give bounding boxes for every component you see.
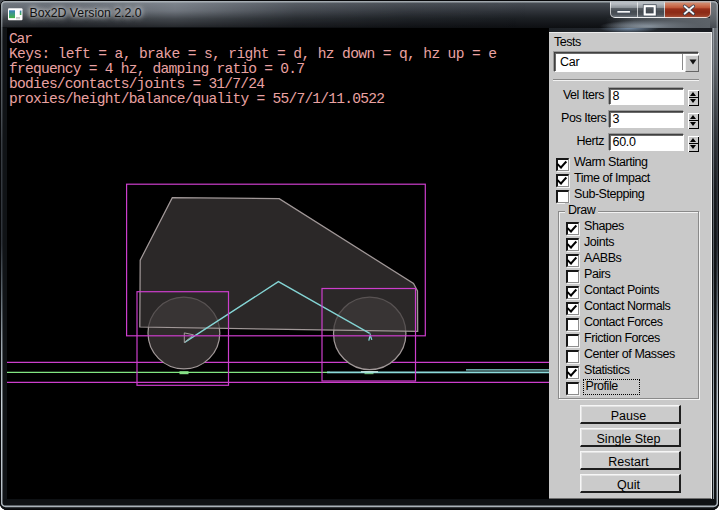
- svg-text:Keys: left = a, brake = s, rig: Keys: left = a, brake = s, right = d, hz…: [9, 46, 497, 62]
- svg-text:Car: Car: [9, 31, 33, 47]
- svg-text:bodies/contacts/joints = 31/7/: bodies/contacts/joints = 31/7/24: [9, 76, 265, 92]
- svg-text:proxies/height/balance/quality: proxies/height/balance/quality = 55/7/1/…: [9, 91, 385, 107]
- svg-text:frequency = 4 hz, damping rati: frequency = 4 hz, damping ratio = 0.7: [9, 61, 305, 77]
